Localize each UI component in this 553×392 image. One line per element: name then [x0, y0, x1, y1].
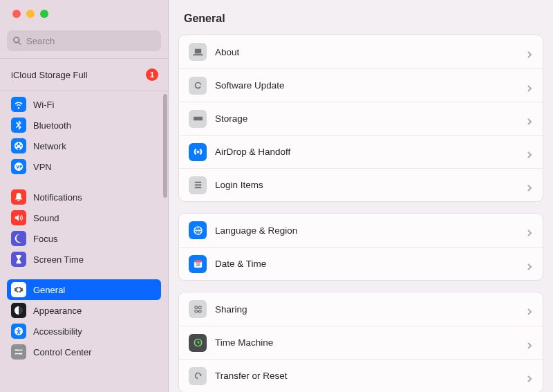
row-login-items[interactable]: Login Items — [179, 168, 543, 201]
disk-icon — [189, 110, 207, 128]
svg-rect-3 — [194, 261, 201, 263]
scrollbar-thumb[interactable] — [163, 94, 167, 198]
sidebar-item-sound[interactable]: Sound — [7, 207, 161, 228]
sidebar-item-accessibility[interactable]: Accessibility — [7, 321, 161, 342]
search-input[interactable] — [26, 36, 156, 46]
icloud-storage-label: iCloud Storage Full — [11, 70, 88, 80]
calendar-icon: 20 — [189, 255, 207, 273]
sidebar-group-connectivity: Wi-Fi Bluetooth Network — [7, 94, 161, 177]
close-window-button[interactable] — [12, 10, 21, 18]
search-icon — [12, 36, 22, 46]
chevron-right-icon — [526, 373, 533, 380]
sidebar-item-notifications[interactable]: Notifications — [7, 187, 161, 207]
sidebar-item-label: General — [33, 285, 65, 295]
sidebar-item-wifi[interactable]: Wi-Fi — [7, 94, 161, 115]
row-transfer-reset[interactable]: Transfer or Reset — [179, 359, 543, 392]
row-time-machine[interactable]: Time Machine — [179, 326, 543, 359]
row-label: Storage — [215, 113, 526, 124]
sidebar-group-alerts: Notifications Sound Focus — [7, 187, 161, 270]
bell-icon — [11, 189, 26, 205]
gear-icon — [11, 282, 26, 297]
sidebar-item-label: Appearance — [33, 306, 82, 316]
globe-grid-icon — [189, 221, 207, 239]
sidebar-item-label: Notifications — [33, 192, 82, 203]
alert-badge: 1 — [146, 68, 158, 81]
sidebar-item-vpn[interactable]: VPN — [7, 156, 161, 177]
share-icon — [189, 300, 207, 318]
refresh-icon — [189, 367, 207, 385]
globe-icon — [11, 138, 26, 153]
row-sharing[interactable]: Sharing — [179, 292, 543, 326]
sidebar-item-appearance[interactable]: Appearance — [7, 300, 161, 321]
search-field-container[interactable] — [7, 30, 161, 51]
bluetooth-icon — [11, 118, 26, 133]
sidebar-item-label: Screen Time — [33, 254, 84, 265]
chevron-right-icon — [526, 182, 533, 189]
sidebar-item-bluetooth[interactable]: Bluetooth — [7, 115, 161, 136]
row-about[interactable]: About — [179, 35, 543, 68]
sidebar-item-label: Bluetooth — [33, 120, 71, 131]
chevron-right-icon — [526, 339, 533, 346]
row-label: Time Machine — [215, 337, 526, 348]
row-label: Software Update — [215, 80, 526, 91]
chevron-right-icon — [526, 82, 533, 89]
row-label: Sharing — [215, 304, 526, 315]
wifi-icon — [11, 97, 26, 112]
moon-icon — [11, 231, 26, 246]
sidebar-item-label: VPN — [33, 162, 52, 172]
window-controls — [0, 0, 168, 18]
icloud-storage-alert[interactable]: iCloud Storage Full 1 — [0, 59, 168, 91]
chevron-right-icon — [526, 261, 533, 268]
sliders-icon — [11, 344, 26, 360]
clock-icon — [189, 334, 207, 352]
sidebar: iCloud Storage Full 1 Wi-Fi Bluetooth — [0, 0, 169, 392]
sidebar-item-label: Wi-Fi — [33, 100, 54, 110]
sidebar-item-focus[interactable]: Focus — [7, 228, 161, 249]
sidebar-item-label: Sound — [33, 213, 59, 223]
main-scroll-area: About Software Update Storage — [169, 35, 553, 392]
hourglass-icon — [11, 252, 26, 267]
accessibility-icon — [11, 324, 26, 339]
laptop-icon — [189, 43, 207, 61]
row-label: AirDrop & Handoff — [215, 147, 526, 157]
fullscreen-window-button[interactable] — [40, 10, 48, 18]
minimize-window-button[interactable] — [26, 10, 35, 18]
panel-admin: Sharing Time Machine Transfer or Reset — [178, 292, 543, 392]
chevron-right-icon — [526, 149, 533, 156]
sidebar-item-label: Control Center — [33, 347, 92, 357]
row-label: Date & Time — [215, 259, 526, 269]
panel-general-info: About Software Update Storage — [178, 35, 543, 202]
chevron-right-icon — [526, 306, 533, 312]
sidebar-item-label: Accessibility — [33, 326, 82, 337]
page-title: General — [169, 0, 553, 35]
row-label: Transfer or Reset — [215, 371, 526, 381]
sidebar-item-screentime[interactable]: Screen Time — [7, 249, 161, 270]
sidebar-scroll-area: Wi-Fi Bluetooth Network — [0, 91, 168, 392]
sidebar-item-label: Focus — [33, 234, 57, 244]
row-airdrop-handoff[interactable]: AirDrop & Handoff — [179, 135, 543, 168]
chevron-right-icon — [526, 115, 533, 122]
panel-locale: Language & Region 20 Date & Time — [178, 213, 543, 281]
list-icon — [189, 176, 207, 194]
sidebar-item-control-center[interactable]: Control Center — [7, 342, 161, 362]
row-software-update[interactable]: Software Update — [179, 68, 543, 102]
speaker-icon — [11, 210, 26, 225]
chevron-right-icon — [526, 48, 533, 55]
sidebar-item-network[interactable]: Network — [7, 136, 161, 156]
sidebar-item-general[interactable]: General — [7, 279, 161, 300]
row-label: About — [215, 47, 526, 57]
gear-refresh-icon — [189, 77, 207, 95]
row-label: Login Items — [215, 180, 526, 190]
main-pane: General About Software Update — [169, 0, 553, 392]
svg-text:20: 20 — [196, 263, 200, 267]
airdrop-icon — [189, 143, 207, 161]
appearance-icon — [11, 303, 26, 318]
vpn-icon — [11, 159, 26, 174]
chevron-right-icon — [526, 227, 533, 234]
row-label: Language & Region — [215, 225, 526, 236]
sidebar-item-label: Network — [33, 141, 66, 151]
row-date-time[interactable]: 20 Date & Time — [179, 247, 543, 280]
sidebar-group-system: General Appearance Accessibility — [7, 279, 161, 362]
row-storage[interactable]: Storage — [179, 102, 543, 135]
row-language-region[interactable]: Language & Region — [179, 214, 543, 247]
